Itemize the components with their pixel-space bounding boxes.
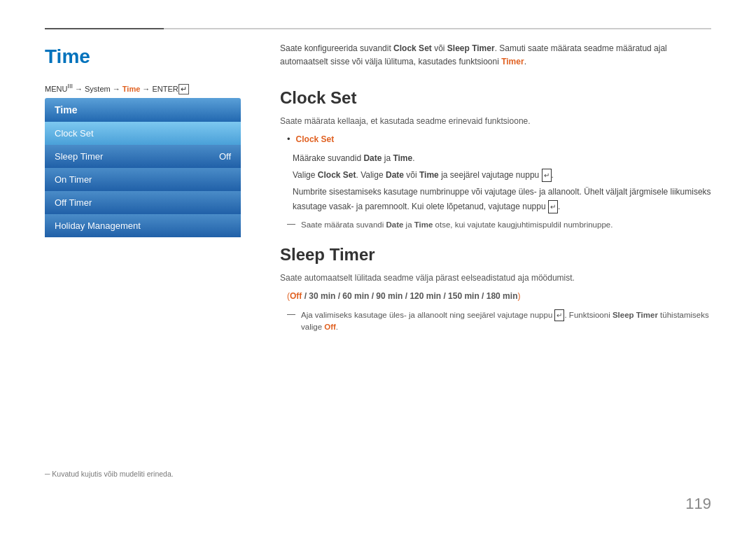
clock-set-bullet: • Clock Set (280, 133, 711, 146)
sidebar-item-sleeptimer-value: Off (219, 151, 231, 162)
sidebar-menu: Time Clock Set Sleep Timer Off On Timer … (45, 98, 241, 237)
footer-note: Kuvatud kujutis võib mudeliti erineda. (45, 470, 174, 478)
sleep-timer-note: — Aja valimiseks kasutage üles- ja allan… (280, 309, 711, 334)
menu-path-system: → System → (75, 85, 122, 93)
main-content: Saate konfigureerida suvandit Clock Set … (280, 42, 711, 347)
clock-set-section: Clock Set Saate määrata kellaaja, et kas… (280, 88, 711, 231)
note-dash: — (287, 219, 295, 229)
sidebar-header: Time (45, 98, 241, 122)
sidebar-item-offtimer-label: Off Timer (55, 197, 92, 208)
menu-path-time: Time (122, 85, 140, 93)
menu-path: MENUIII → System → Time → ENTER↵ (45, 83, 189, 94)
sleep-note-text: Aja valimiseks kasutage üles- ja allanoo… (301, 309, 711, 334)
clock-set-bullet-content: Clock Set (296, 133, 335, 146)
sleep-timer-section: Sleep Timer Saate automaatselt lülitada … (280, 245, 711, 333)
menu-path-enter: → ENTER↵ (142, 85, 188, 93)
sidebar-item-holiday-label: Holiday Management (55, 220, 141, 231)
page-number: 119 (685, 495, 711, 513)
sidebar-item-offtimer[interactable]: Off Timer (45, 191, 241, 214)
clock-set-sub1: Määrake suvandid Date ja Time. (280, 151, 711, 165)
clock-set-title: Clock Set (280, 88, 711, 108)
sidebar-item-clockset-label: Clock Set (55, 128, 94, 139)
sleep-note-dash: — (287, 309, 295, 319)
sidebar-item-ontimer-label: On Timer (55, 174, 92, 185)
clock-set-sub3: Numbrite sisestamiseks kasutage numbrinu… (280, 185, 711, 213)
intro-text: Saate konfigureerida suvandit Clock Set … (280, 42, 711, 69)
note-text: Saate määrata suvandi Date ja Time otse,… (301, 219, 612, 231)
clock-set-bullet-label: Clock Set (296, 134, 335, 144)
sidebar-item-sleeptimer-label: Sleep Timer (55, 151, 103, 162)
sidebar-item-sleeptimer[interactable]: Sleep Timer Off (45, 145, 241, 168)
sidebar-item-holiday[interactable]: Holiday Management (45, 214, 241, 237)
sleep-timer-title: Sleep Timer (280, 245, 711, 265)
bullet-dot: • (287, 134, 290, 144)
clock-set-note: — Saate määrata suvandi Date ja Time ots… (280, 219, 711, 231)
menu-path-menu: MENUIII (45, 85, 73, 93)
clock-set-desc: Saate määrata kellaaja, et kasutada sead… (280, 116, 711, 126)
page-title: Time (45, 45, 90, 68)
sidebar-item-ontimer[interactable]: On Timer (45, 168, 241, 191)
top-line-accent (45, 28, 164, 29)
sleep-timer-desc: Saate automaatselt lülitada seadme välja… (280, 273, 711, 283)
timer-values: (Off / 30 min / 60 min / 90 min / 120 mi… (287, 290, 711, 303)
sidebar-item-clockset[interactable]: Clock Set (45, 122, 241, 145)
clock-set-sub2: Valige Clock Set. Valige Date või Time j… (280, 168, 711, 182)
